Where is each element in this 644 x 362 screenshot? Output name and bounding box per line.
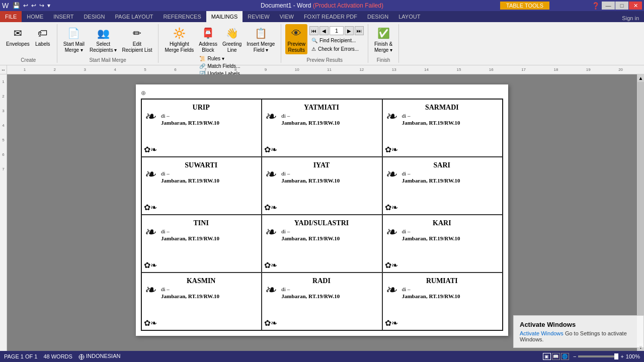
tab-file[interactable]: FILE bbox=[0, 11, 22, 22]
find-recipient-button[interactable]: 🔍 Find Recipient... bbox=[309, 37, 364, 44]
document-area[interactable]: ⊕ ❧ URIP di – Jambaran, RT.19/RW.10 ✿❧ ❧… bbox=[7, 74, 637, 351]
insert-field-icon: 📋 bbox=[253, 25, 269, 41]
resize-handle[interactable]: ⊕ bbox=[141, 89, 503, 97]
window-title: Document1 - Word (Product Activation Fai… bbox=[261, 2, 383, 9]
zoom-slider[interactable] bbox=[578, 355, 618, 357]
card-address: Jambaran, RT.19/RW.10 bbox=[402, 235, 497, 241]
save-icon[interactable]: 💾 bbox=[12, 2, 21, 9]
zoom-level: 100% bbox=[626, 353, 640, 359]
card-floral-top: ❧ bbox=[264, 167, 276, 182]
card-floral-top: ❧ bbox=[264, 283, 276, 297]
redo-icon[interactable]: ↪ bbox=[38, 2, 45, 9]
undo2-icon[interactable]: ↩ bbox=[30, 2, 37, 9]
customize-icon[interactable]: ▾ bbox=[46, 2, 51, 9]
find-recipient-icon: 🔍 bbox=[311, 38, 317, 43]
print-layout-button[interactable]: ▣ bbox=[543, 353, 551, 360]
greeting-line-button[interactable]: 👋 GreetingLine bbox=[220, 24, 244, 54]
card-floral-bottom: ✿❧ bbox=[144, 260, 157, 270]
ruler-corner: ↔ bbox=[0, 65, 7, 74]
page-count: PAGE 1 OF 1 bbox=[4, 353, 37, 359]
edit-recipient-list-button[interactable]: ✏ EditRecipient List bbox=[120, 24, 154, 54]
insert-merge-field-button[interactable]: 📋 Insert MergeField ▾ bbox=[245, 24, 277, 54]
preview-first-button[interactable]: ⏮ bbox=[309, 26, 318, 35]
card-floral-top: ❧ bbox=[144, 225, 155, 239]
minimize-button[interactable]: — bbox=[602, 2, 615, 10]
view-buttons: ▣ 📖 🌐 bbox=[543, 353, 569, 360]
envelopes-icon: ✉ bbox=[10, 25, 26, 41]
tab-insert[interactable]: INSERT bbox=[48, 11, 78, 22]
address-block-button[interactable]: 📮 AddressBlock bbox=[197, 24, 219, 54]
card-address: Jambaran, RT.19/RW.10 bbox=[402, 120, 497, 126]
card-floral-top: ❧ bbox=[385, 225, 396, 239]
preview-last-button[interactable]: ⏭ bbox=[355, 26, 364, 35]
tab-page-layout[interactable]: PAGE LAYOUT bbox=[110, 11, 158, 22]
table-tools-label[interactable]: TABLE TOOLS bbox=[500, 2, 549, 10]
web-layout-button[interactable]: 🌐 bbox=[561, 353, 569, 360]
invitation-card: ❧ URIP di – Jambaran, RT.19/RW.10 ✿❧ bbox=[141, 99, 262, 157]
check-errors-button[interactable]: ⚠ Check for Errors... bbox=[309, 46, 364, 52]
tab-home[interactable]: HOME bbox=[22, 11, 48, 22]
preview-icon: 👁 bbox=[288, 25, 304, 41]
main-area: 1234567 ⊕ ❧ URIP di – Jambaran, RT.19/RW… bbox=[0, 74, 644, 351]
zoom-thumb[interactable] bbox=[614, 353, 618, 359]
labels-icon: 🏷 bbox=[35, 25, 51, 41]
tab-layout[interactable]: LAYOUT bbox=[393, 11, 425, 22]
start-merge-label: Start Mail Merge bbox=[89, 56, 126, 63]
card-di: di – bbox=[402, 170, 497, 176]
tab-foxit[interactable]: FOXIT READER PDF bbox=[299, 11, 362, 22]
ribbon-group-preview: 👁 PreviewResults ⏮ ◀ ▶ ⏭ 🔍 Find Recipien… bbox=[281, 24, 368, 63]
invitation-card: ❧ KARI di – Jambaran, RT.19/RW.10 ✿❧ bbox=[382, 215, 503, 273]
zoom-in-button[interactable]: + bbox=[620, 353, 623, 359]
card-floral-top: ❧ bbox=[144, 283, 155, 297]
scroll-up-button[interactable]: ▲ bbox=[637, 74, 644, 82]
sign-in-button[interactable]: Sign in bbox=[617, 14, 644, 22]
tab-view[interactable]: VIEW bbox=[275, 11, 299, 22]
card-floral-bottom: ✿❧ bbox=[264, 318, 277, 328]
right-scrollbar[interactable]: ▲ ▼ bbox=[637, 74, 644, 351]
zoom-out-button[interactable]: − bbox=[573, 353, 576, 359]
card-di: di – bbox=[281, 113, 376, 119]
card-di: di – bbox=[161, 113, 256, 119]
card-name: YATMIATI bbox=[266, 104, 376, 112]
activate-message: Activate Windows Go to Settings to activ… bbox=[520, 330, 637, 342]
tab-mailings[interactable]: MAILINGS bbox=[206, 11, 243, 22]
envelopes-button[interactable]: ✉ Envelopes bbox=[4, 24, 32, 48]
status-right: ▣ 📖 🌐 − + 100% bbox=[543, 353, 640, 360]
preview-results-button[interactable]: 👁 PreviewResults bbox=[285, 24, 307, 54]
invitation-card: ❧ SUWARTI di – Jambaran, RT.19/RW.10 ✿❧ bbox=[141, 157, 262, 215]
scroll-thumb[interactable] bbox=[637, 82, 644, 343]
preview-number-input[interactable] bbox=[330, 26, 344, 35]
card-grid: ❧ URIP di – Jambaran, RT.19/RW.10 ✿❧ ❧ Y… bbox=[141, 99, 503, 331]
preview-next-button[interactable]: ▶ bbox=[345, 26, 354, 35]
tab-review[interactable]: REVIEW bbox=[243, 11, 274, 22]
card-name: YADI/SULASTRI bbox=[266, 219, 376, 227]
close-button[interactable]: ✕ bbox=[629, 2, 642, 10]
rules-button[interactable]: 📜 Rules ▾ bbox=[197, 55, 242, 62]
maximize-button[interactable]: □ bbox=[615, 2, 628, 10]
highlight-merge-fields-button[interactable]: 🔆 HighlightMerge Fields bbox=[163, 24, 196, 54]
labels-button[interactable]: 🏷 Labels bbox=[33, 24, 53, 48]
card-name: RADI bbox=[266, 277, 376, 285]
ribbon-tabs: FILE HOME INSERT DESIGN PAGE LAYOUT REFE… bbox=[0, 11, 644, 22]
finish-merge-button[interactable]: ✅ Finish &Merge ▾ bbox=[372, 24, 394, 54]
card-floral-top: ❧ bbox=[385, 167, 396, 182]
tab-design2[interactable]: DESIGN bbox=[362, 11, 393, 22]
preview-results-label: Preview Results bbox=[306, 56, 343, 63]
ribbon: ✉ Envelopes 🏷 Labels Create 📄 Start Mail… bbox=[0, 22, 644, 65]
read-mode-button[interactable]: 📖 bbox=[552, 353, 560, 360]
tab-references[interactable]: REFERENCES bbox=[158, 11, 206, 22]
ruler-toggle[interactable]: ↔ bbox=[0, 65, 7, 74]
finish-merge-icon: ✅ bbox=[375, 25, 391, 41]
invitation-card: ❧ YADI/SULASTRI di – Jambaran, RT.19/RW.… bbox=[262, 215, 382, 273]
card-name: IYAT bbox=[266, 161, 376, 169]
start-mail-merge-button[interactable]: 📄 Start MailMerge ▾ bbox=[61, 24, 87, 54]
tab-design[interactable]: DESIGN bbox=[78, 11, 110, 22]
create-items: ✉ Envelopes 🏷 Labels bbox=[4, 24, 53, 56]
select-recipients-button[interactable]: 👥 SelectRecipients ▾ bbox=[88, 24, 119, 54]
language-icon bbox=[78, 354, 85, 360]
help-icon[interactable]: ❓ bbox=[592, 2, 600, 10]
preview-prev-button[interactable]: ◀ bbox=[319, 26, 329, 35]
card-floral-top: ❧ bbox=[264, 110, 276, 124]
undo-icon[interactable]: ↩ bbox=[22, 2, 29, 9]
card-floral-bottom: ✿❧ bbox=[385, 203, 398, 212]
